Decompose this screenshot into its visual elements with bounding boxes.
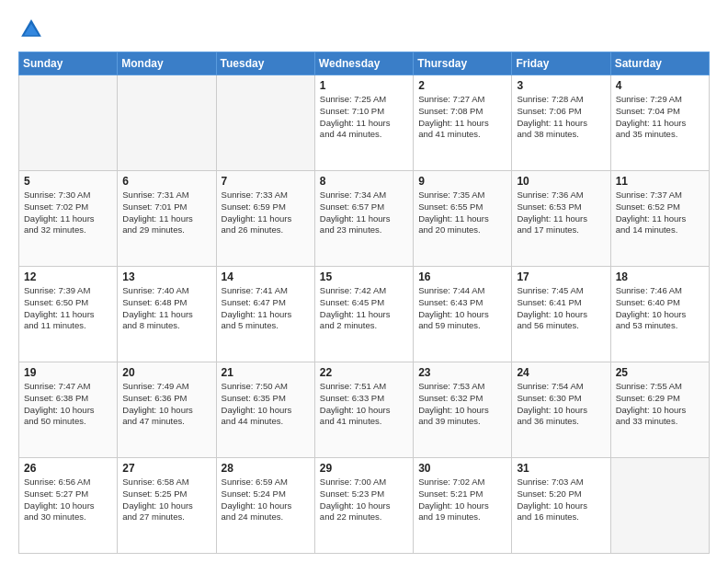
weekday-header: Wednesday [314, 52, 413, 75]
day-number: 16 [418, 270, 506, 283]
day-info: Sunrise: 7:45 AM Sunset: 6:41 PM Dayligh… [517, 285, 605, 332]
day-info: Sunrise: 7:54 AM Sunset: 6:30 PM Dayligh… [517, 381, 605, 428]
day-info: Sunrise: 7:35 AM Sunset: 6:55 PM Dayligh… [418, 190, 506, 236]
calendar-day-cell: 30Sunrise: 7:02 AM Sunset: 5:21 PM Dayli… [414, 458, 512, 554]
day-info: Sunrise: 6:59 AM Sunset: 5:24 PM Dayligh… [222, 477, 310, 523]
calendar-week-row: 5Sunrise: 7:30 AM Sunset: 7:02 PM Daylig… [19, 171, 710, 267]
day-info: Sunrise: 7:27 AM Sunset: 7:08 PM Dayligh… [418, 94, 506, 141]
logo [18, 17, 48, 42]
calendar-week-row: 12Sunrise: 7:39 AM Sunset: 6:50 PM Dayli… [19, 267, 710, 362]
calendar-day-cell: 7Sunrise: 7:33 AM Sunset: 6:59 PM Daylig… [216, 171, 314, 267]
day-info: Sunrise: 7:44 AM Sunset: 6:43 PM Dayligh… [418, 285, 506, 332]
calendar-day-cell: 23Sunrise: 7:53 AM Sunset: 6:32 PM Dayli… [414, 362, 512, 458]
day-number: 5 [24, 175, 112, 188]
day-number: 13 [122, 270, 210, 283]
calendar-day-cell: 4Sunrise: 7:29 AM Sunset: 7:04 PM Daylig… [610, 75, 709, 171]
calendar-day-cell: 14Sunrise: 7:41 AM Sunset: 6:47 PM Dayli… [216, 267, 314, 362]
calendar-day-cell: 1Sunrise: 7:25 AM Sunset: 7:10 PM Daylig… [314, 75, 413, 171]
calendar-day-cell: 6Sunrise: 7:31 AM Sunset: 7:01 PM Daylig… [118, 171, 216, 267]
calendar-day-cell: 21Sunrise: 7:50 AM Sunset: 6:35 PM Dayli… [216, 362, 314, 458]
calendar-day-cell: 27Sunrise: 6:58 AM Sunset: 5:25 PM Dayli… [118, 458, 216, 554]
day-number: 22 [320, 366, 408, 379]
weekday-header: Thursday [414, 52, 512, 75]
day-info: Sunrise: 7:00 AM Sunset: 5:23 PM Dayligh… [320, 477, 408, 523]
calendar-day-cell: 24Sunrise: 7:54 AM Sunset: 6:30 PM Dayli… [512, 362, 610, 458]
day-info: Sunrise: 7:51 AM Sunset: 6:33 PM Dayligh… [320, 381, 408, 428]
day-number: 7 [222, 175, 310, 188]
day-number: 3 [517, 79, 605, 92]
day-number: 15 [320, 270, 408, 283]
day-info: Sunrise: 7:02 AM Sunset: 5:21 PM Dayligh… [418, 477, 506, 523]
day-info: Sunrise: 7:49 AM Sunset: 6:36 PM Dayligh… [122, 381, 210, 428]
day-number: 26 [24, 462, 112, 475]
day-info: Sunrise: 7:46 AM Sunset: 6:40 PM Dayligh… [616, 285, 704, 332]
day-number: 25 [616, 366, 704, 379]
calendar-day-cell: 9Sunrise: 7:35 AM Sunset: 6:55 PM Daylig… [414, 171, 512, 267]
calendar-day-cell: 13Sunrise: 7:40 AM Sunset: 6:48 PM Dayli… [118, 267, 216, 362]
day-info: Sunrise: 6:56 AM Sunset: 5:27 PM Dayligh… [24, 477, 112, 523]
day-info: Sunrise: 7:50 AM Sunset: 6:35 PM Dayligh… [222, 381, 310, 428]
calendar-day-cell [19, 75, 118, 171]
calendar-week-row: 26Sunrise: 6:56 AM Sunset: 5:27 PM Dayli… [19, 458, 710, 554]
calendar-day-cell: 29Sunrise: 7:00 AM Sunset: 5:23 PM Dayli… [314, 458, 413, 554]
day-number: 18 [616, 270, 704, 283]
calendar-day-cell: 11Sunrise: 7:37 AM Sunset: 6:52 PM Dayli… [610, 171, 709, 267]
weekday-header: Tuesday [216, 52, 314, 75]
day-info: Sunrise: 7:53 AM Sunset: 6:32 PM Dayligh… [418, 381, 506, 428]
day-number: 28 [222, 462, 310, 475]
day-info: Sunrise: 7:33 AM Sunset: 6:59 PM Dayligh… [222, 190, 310, 236]
logo-icon [18, 17, 44, 42]
day-info: Sunrise: 7:39 AM Sunset: 6:50 PM Dayligh… [24, 285, 112, 332]
calendar-day-cell: 20Sunrise: 7:49 AM Sunset: 6:36 PM Dayli… [118, 362, 216, 458]
day-number: 12 [24, 270, 112, 283]
day-number: 31 [517, 462, 605, 475]
calendar-day-cell: 15Sunrise: 7:42 AM Sunset: 6:45 PM Dayli… [314, 267, 413, 362]
day-number: 27 [122, 462, 210, 475]
day-number: 20 [122, 366, 210, 379]
calendar-day-cell: 3Sunrise: 7:28 AM Sunset: 7:06 PM Daylig… [512, 75, 610, 171]
calendar-day-cell: 17Sunrise: 7:45 AM Sunset: 6:41 PM Dayli… [512, 267, 610, 362]
calendar-day-cell: 2Sunrise: 7:27 AM Sunset: 7:08 PM Daylig… [414, 75, 512, 171]
day-info: Sunrise: 7:29 AM Sunset: 7:04 PM Dayligh… [616, 94, 704, 141]
weekday-header: Monday [118, 52, 216, 75]
calendar-day-cell [610, 458, 709, 554]
calendar-day-cell [216, 75, 314, 171]
day-number: 10 [517, 175, 605, 188]
calendar-day-cell: 8Sunrise: 7:34 AM Sunset: 6:57 PM Daylig… [314, 171, 413, 267]
day-number: 2 [418, 79, 506, 92]
page: SundayMondayTuesdayWednesdayThursdayFrid… [0, 0, 728, 563]
calendar-week-row: 1Sunrise: 7:25 AM Sunset: 7:10 PM Daylig… [19, 75, 710, 171]
calendar-day-cell [118, 75, 216, 171]
day-number: 4 [616, 79, 704, 92]
header [18, 17, 710, 42]
calendar-day-cell: 26Sunrise: 6:56 AM Sunset: 5:27 PM Dayli… [19, 458, 118, 554]
day-info: Sunrise: 7:34 AM Sunset: 6:57 PM Dayligh… [320, 190, 408, 236]
day-number: 8 [320, 175, 408, 188]
day-number: 9 [418, 175, 506, 188]
calendar-day-cell: 5Sunrise: 7:30 AM Sunset: 7:02 PM Daylig… [19, 171, 118, 267]
calendar-day-cell: 25Sunrise: 7:55 AM Sunset: 6:29 PM Dayli… [610, 362, 709, 458]
day-number: 17 [517, 270, 605, 283]
day-number: 30 [418, 462, 506, 475]
day-info: Sunrise: 7:37 AM Sunset: 6:52 PM Dayligh… [616, 190, 704, 236]
calendar-week-row: 19Sunrise: 7:47 AM Sunset: 6:38 PM Dayli… [19, 362, 710, 458]
calendar-day-cell: 18Sunrise: 7:46 AM Sunset: 6:40 PM Dayli… [610, 267, 709, 362]
day-info: Sunrise: 7:28 AM Sunset: 7:06 PM Dayligh… [517, 94, 605, 141]
day-number: 14 [222, 270, 310, 283]
calendar-day-cell: 12Sunrise: 7:39 AM Sunset: 6:50 PM Dayli… [19, 267, 118, 362]
day-number: 11 [616, 175, 704, 188]
day-number: 21 [222, 366, 310, 379]
calendar-day-cell: 22Sunrise: 7:51 AM Sunset: 6:33 PM Dayli… [314, 362, 413, 458]
day-number: 1 [320, 79, 408, 92]
weekday-header: Friday [512, 52, 610, 75]
day-number: 24 [517, 366, 605, 379]
calendar-day-cell: 28Sunrise: 6:59 AM Sunset: 5:24 PM Dayli… [216, 458, 314, 554]
day-number: 29 [320, 462, 408, 475]
calendar-day-cell: 10Sunrise: 7:36 AM Sunset: 6:53 PM Dayli… [512, 171, 610, 267]
day-info: Sunrise: 7:55 AM Sunset: 6:29 PM Dayligh… [616, 381, 704, 428]
calendar-day-cell: 19Sunrise: 7:47 AM Sunset: 6:38 PM Dayli… [19, 362, 118, 458]
day-info: Sunrise: 7:40 AM Sunset: 6:48 PM Dayligh… [122, 285, 210, 332]
calendar-day-cell: 31Sunrise: 7:03 AM Sunset: 5:20 PM Dayli… [512, 458, 610, 554]
day-number: 19 [24, 366, 112, 379]
calendar-header-row: SundayMondayTuesdayWednesdayThursdayFrid… [19, 52, 710, 75]
